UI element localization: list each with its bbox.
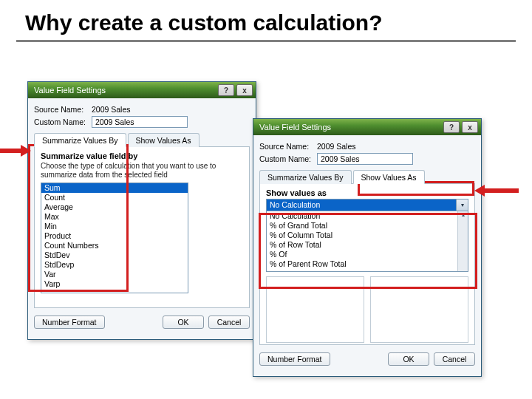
- cancel-button[interactable]: Cancel: [434, 352, 475, 366]
- list-item[interactable]: Min: [41, 222, 188, 231]
- list-item[interactable]: % of Column Total: [267, 231, 468, 240]
- title-underline: [16, 40, 516, 42]
- list-item[interactable]: % of Parent Row Total: [267, 259, 468, 269]
- list-item[interactable]: Varp: [41, 279, 188, 289]
- section-heading: Summarize value field by: [41, 151, 243, 160]
- show-values-as-dropdown-list[interactable]: No Calculation% of Grand Total% of Colum…: [266, 211, 468, 272]
- number-format-button[interactable]: Number Format: [259, 352, 330, 366]
- close-button[interactable]: x: [236, 84, 253, 96]
- cancel-button[interactable]: Cancel: [208, 316, 250, 329]
- help-button[interactable]: ?: [218, 84, 234, 96]
- dialog-title: Value Field Settings: [34, 86, 106, 95]
- list-item[interactable]: Sum: [41, 183, 188, 193]
- list-item[interactable]: StdDevp: [41, 260, 188, 270]
- number-format-button[interactable]: Number Format: [34, 316, 105, 329]
- list-item[interactable]: StdDev: [41, 250, 188, 260]
- custom-name-label: Custom Name:: [259, 154, 317, 163]
- arrow-icon: [0, 145, 31, 157]
- list-item[interactable]: Count: [41, 193, 188, 202]
- source-name-value: 2009 Sales: [92, 105, 131, 114]
- help-button[interactable]: ?: [443, 121, 460, 133]
- titlebar: Value Field Settings ? x: [253, 119, 481, 135]
- slide-title: Why create a custom calculation?: [0, 0, 532, 40]
- source-name-label: Source Name:: [34, 105, 92, 114]
- custom-name-label: Custom Name:: [34, 117, 92, 126]
- list-item[interactable]: Average: [41, 202, 188, 212]
- list-item[interactable]: No Calculation: [267, 211, 468, 221]
- custom-name-input[interactable]: [317, 153, 413, 165]
- list-item[interactable]: % of Grand Total: [267, 221, 468, 231]
- close-button[interactable]: x: [462, 121, 478, 133]
- source-name-value: 2009 Sales: [317, 142, 356, 151]
- tabstrip: Summarize Values By Show Values As: [259, 169, 475, 184]
- custom-name-input[interactable]: [92, 116, 188, 128]
- show-values-as-combo[interactable]: No Calculation ▾: [266, 199, 468, 211]
- combo-text: No Calculation: [267, 200, 456, 211]
- dialog-value-field-settings-2: Value Field Settings ? x Source Name: 20…: [253, 118, 482, 377]
- calculation-listbox[interactable]: SumCountAverageMaxMinProductCount Number…: [41, 183, 188, 293]
- list-item[interactable]: Count Numbers: [41, 241, 188, 250]
- tab-summarize-values-by[interactable]: Summarize Values By: [259, 170, 352, 184]
- dialog-title: Value Field Settings: [259, 123, 331, 132]
- list-item[interactable]: Var: [41, 270, 188, 279]
- tab-show-values-as[interactable]: Show Values As: [353, 170, 425, 184]
- list-item[interactable]: Product: [41, 231, 188, 241]
- tabstrip: Summarize Values By Show Values As: [34, 132, 250, 147]
- base-field-listbox[interactable]: [266, 276, 364, 343]
- list-item[interactable]: % of Row Total: [267, 240, 468, 250]
- tab-panel: Summarize value field by Choose the type…: [34, 147, 250, 308]
- scrollbar[interactable]: [457, 211, 468, 271]
- tab-summarize-values-by[interactable]: Summarize Values By: [34, 133, 126, 147]
- tab-show-values-as[interactable]: Show Values As: [128, 133, 200, 147]
- chevron-down-icon[interactable]: ▾: [456, 200, 468, 211]
- source-name-label: Source Name:: [259, 142, 317, 151]
- section-description: Choose the type of calculation that you …: [41, 162, 243, 180]
- titlebar: Value Field Settings ? x: [28, 82, 256, 98]
- tab-panel: Show values as No Calculation ▾ No Calcu…: [259, 184, 475, 345]
- list-item[interactable]: % Of: [267, 250, 468, 259]
- list-item[interactable]: Max: [41, 212, 188, 222]
- section-heading: Show values as: [266, 188, 468, 197]
- ok-button[interactable]: OK: [163, 316, 204, 329]
- dialog-value-field-settings-1: Value Field Settings ? x Source Name: 20…: [27, 81, 256, 340]
- base-item-listbox[interactable]: [370, 276, 468, 343]
- ok-button[interactable]: OK: [388, 352, 429, 366]
